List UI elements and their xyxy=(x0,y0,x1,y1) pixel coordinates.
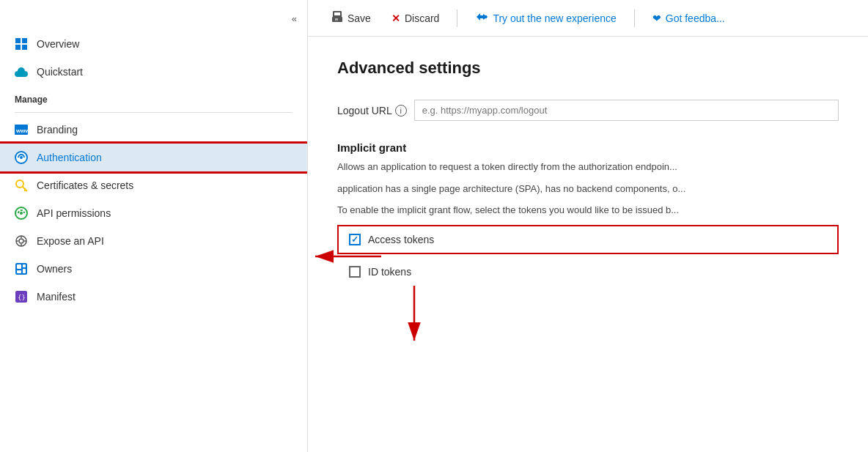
id-tokens-row: ID tokens xyxy=(337,257,839,286)
access-tokens-row: Access tokens xyxy=(337,225,839,254)
svg-point-14 xyxy=(19,239,23,243)
implicit-grant-desc1: Allows an application to request a token… xyxy=(337,160,839,174)
sidebar-item-manifest[interactable]: {} Manifest xyxy=(0,283,307,311)
save-label: Save xyxy=(347,12,371,24)
sidebar-item-owners-label: Owners xyxy=(37,263,72,275)
discard-button[interactable]: ✕ Discard xyxy=(383,8,448,29)
manifest-icon: {} xyxy=(15,290,28,303)
sidebar-item-overview[interactable]: Overview xyxy=(0,30,307,58)
new-experience-label: Try out the new experience xyxy=(493,12,616,24)
content-area: Advanced settings Logout URL i Implicit … xyxy=(308,37,868,452)
api-icon xyxy=(15,207,28,220)
discard-label: Discard xyxy=(405,12,439,24)
logout-url-label: Logout URL i xyxy=(337,105,407,116)
sidebar-item-owners[interactable]: Owners xyxy=(0,255,307,283)
svg-point-7 xyxy=(20,156,23,159)
info-icon[interactable]: i xyxy=(395,105,407,116)
sidebar-item-branding[interactable]: www Branding xyxy=(0,116,307,144)
svg-rect-29 xyxy=(335,18,338,21)
key-icon xyxy=(15,179,28,192)
feedback-label: Got feedba... xyxy=(666,12,725,24)
sidebar-item-expose-api[interactable]: Expose an API xyxy=(0,227,307,255)
auth-icon xyxy=(15,151,28,164)
expose-icon xyxy=(15,234,28,248)
manage-section-label: Manage xyxy=(0,86,307,109)
logout-url-input[interactable] xyxy=(414,100,839,121)
sidebar-item-quickstart-label: Quickstart xyxy=(37,66,83,78)
sidebar-item-certificates-label: Certificates & secrets xyxy=(37,179,133,191)
sidebar-item-api-permissions-label: API permissions xyxy=(37,207,111,219)
implicit-grant-desc3: To enable the implicit grant flow, selec… xyxy=(337,203,839,218)
sidebar-item-authentication-label: Authentication xyxy=(37,152,102,163)
id-tokens-checkbox[interactable] xyxy=(349,266,361,278)
svg-point-12 xyxy=(20,212,23,215)
sidebar-item-api-permissions[interactable]: API permissions xyxy=(0,199,307,227)
nav-divider xyxy=(15,112,293,113)
svg-rect-2 xyxy=(15,45,21,50)
sidebar: « Overview Quickstart Manage xyxy=(0,0,308,452)
toolbar-divider-2 xyxy=(634,10,635,27)
cloud-icon xyxy=(15,65,28,78)
collapse-button[interactable]: « xyxy=(282,7,307,30)
svg-rect-1 xyxy=(22,38,27,43)
svg-rect-27 xyxy=(334,12,340,15)
toolbar: Save ✕ Discard Try out the new experienc… xyxy=(308,0,868,37)
svg-rect-3 xyxy=(22,45,27,50)
sidebar-item-certificates[interactable]: Certificates & secrets xyxy=(0,171,307,199)
save-icon xyxy=(331,11,343,25)
svg-rect-23 xyxy=(23,269,26,273)
sidebar-item-manifest-label: Manifest xyxy=(37,291,76,303)
sidebar-item-branding-label: Branding xyxy=(37,124,78,136)
implicit-grant-section: Implicit grant Allows an application to … xyxy=(337,141,839,286)
main-panel: Save ✕ Discard Try out the new experienc… xyxy=(308,0,868,452)
toolbar-divider xyxy=(457,10,457,27)
sidebar-item-quickstart[interactable]: Quickstart xyxy=(0,58,307,86)
implicit-grant-desc2: application has a single page architectu… xyxy=(337,182,839,196)
svg-text:www: www xyxy=(15,127,28,134)
page-title: Advanced settings xyxy=(337,59,839,78)
owners-icon xyxy=(15,262,28,275)
access-tokens-checkbox[interactable] xyxy=(349,234,361,245)
id-tokens-label: ID tokens xyxy=(368,266,411,278)
new-experience-icon xyxy=(475,11,488,26)
discard-icon: ✕ xyxy=(391,12,400,24)
svg-text:{}: {} xyxy=(18,294,26,301)
save-button[interactable]: Save xyxy=(323,7,380,29)
sidebar-item-overview-label: Overview xyxy=(37,38,79,50)
logout-url-field: Logout URL i xyxy=(337,100,839,121)
www-icon: www xyxy=(15,123,28,136)
svg-rect-20 xyxy=(17,264,21,269)
svg-point-8 xyxy=(16,180,23,188)
sidebar-item-authentication[interactable]: Authentication xyxy=(0,144,307,171)
svg-rect-0 xyxy=(15,38,21,43)
sidebar-item-expose-api-label: Expose an API xyxy=(37,235,104,247)
svg-rect-21 xyxy=(17,270,21,273)
grid-icon xyxy=(15,37,28,51)
access-tokens-label: Access tokens xyxy=(368,234,434,245)
new-experience-button[interactable]: Try out the new experience xyxy=(466,7,625,30)
implicit-grant-title: Implicit grant xyxy=(337,141,839,154)
svg-rect-22 xyxy=(23,264,26,267)
feedback-button[interactable]: ❤ Got feedba... xyxy=(644,8,734,29)
heart-icon: ❤ xyxy=(652,12,661,24)
